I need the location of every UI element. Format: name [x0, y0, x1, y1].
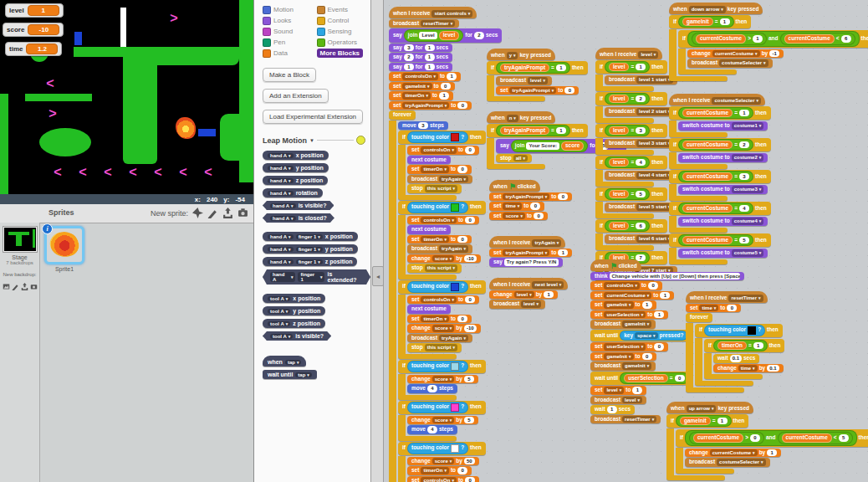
script-block[interactable]: settryAgainPromptto0: [489, 192, 572, 202]
script-block[interactable]: setgameInitto0: [389, 82, 455, 91]
script-block[interactable]: broadcasttryAgain: [407, 175, 472, 184]
script-block[interactable]: when I receivenext level: [489, 278, 568, 290]
block-dropdown[interactable]: hand A: [268, 166, 294, 171]
block-dropdown[interactable]: score: [503, 213, 525, 220]
block-dropdown[interactable]: costume4: [732, 218, 764, 225]
script-block[interactable]: settimerOnto0: [407, 466, 472, 475]
script-block[interactable]: settimerOnto0: [407, 315, 472, 324]
script-block[interactable]: say3for1secs: [389, 44, 452, 53]
block-dropdown[interactable]: gameInit: [604, 353, 633, 361]
block-input[interactable]: 1: [404, 64, 414, 71]
operator-reporter[interactable]: joinYour Score: score: [511, 140, 588, 152]
operator-boolean[interactable]: currentCostume>0andcurrentCostume<5: [685, 430, 857, 446]
block-dropdown[interactable]: time: [503, 203, 522, 210]
script-block[interactable]: iftouching color?then: [398, 401, 486, 414]
block-dropdown[interactable]: hand A: [270, 272, 295, 282]
block-dropdown[interactable]: level 6 start: [636, 235, 673, 243]
script-block[interactable]: broadcastlevel: [496, 76, 552, 85]
variable-reporter[interactable]: level: [609, 63, 629, 72]
variable-reporter[interactable]: currentCostume: [696, 34, 746, 44]
script-block[interactable]: whendown arrowkey pressed: [669, 3, 763, 14]
block-dropdown[interactable]: resetTimer: [728, 295, 763, 302]
palette-button-1[interactable]: Add an Extension: [263, 89, 329, 103]
variable-reporter[interactable]: timerOn: [717, 341, 747, 351]
variable-reporter[interactable]: currentCostume: [682, 141, 733, 150]
palette-category-events[interactable]: Events: [317, 5, 370, 14]
block-input[interactable]: 0.1: [730, 355, 742, 362]
operator-boolean[interactable]: currentCostume>0: [689, 432, 764, 444]
script-block[interactable]: say2for1secs: [389, 53, 452, 62]
script-block[interactable]: stopall: [496, 154, 532, 163]
variable-reporter[interactable]: level: [609, 190, 629, 199]
script-block[interactable]: settryAgainPromptto1: [489, 249, 572, 258]
block-dropdown[interactable]: tryAgainPrompt: [503, 193, 549, 201]
block-input[interactable]: 0: [564, 87, 574, 95]
script-block[interactable]: ifcurrentCostume=4then: [669, 202, 771, 216]
block-dropdown[interactable]: score: [432, 325, 455, 332]
block-dropdown[interactable]: controlsOn: [421, 477, 457, 482]
block-input[interactable]: 1: [632, 387, 642, 394]
block-dropdown[interactable]: level: [528, 77, 548, 85]
variable-reporter[interactable]: currentCostume: [682, 109, 733, 118]
script-block[interactable]: settimerOnto1: [389, 91, 453, 100]
operator-boolean[interactable]: currentCostume>1: [692, 33, 767, 45]
block-input[interactable]: 0: [530, 203, 540, 210]
block-input[interactable]: 2: [636, 95, 646, 103]
block-input[interactable]: 1: [660, 292, 670, 300]
leap-palette-block[interactable]: hand Az position: [263, 176, 328, 185]
script-block[interactable]: broadcasttryAgain: [407, 334, 472, 343]
script-stack-5[interactable]: when I receivenext levelchangelevelby1br…: [489, 278, 568, 310]
block-input[interactable]: 1: [607, 406, 617, 413]
script-block[interactable]: stopthis script: [407, 264, 462, 273]
block-input[interactable]: 1: [558, 249, 568, 257]
sensing-boolean[interactable]: touching color?: [407, 131, 468, 143]
block-dropdown[interactable]: tryAgain: [532, 239, 561, 247]
block-dropdown[interactable]: controlsOn: [604, 282, 640, 290]
block-input[interactable]: 3: [636, 127, 646, 135]
script-block[interactable]: setcontrolsOnto0: [407, 295, 479, 305]
script-block[interactable]: iftouching color?then: [398, 360, 486, 373]
block-dropdown[interactable]: this script: [425, 344, 457, 351]
variable-reporter[interactable]: level: [609, 95, 629, 104]
script-block[interactable]: iftouching color?then: [695, 324, 783, 337]
paint-new-sprite-icon[interactable]: [207, 208, 218, 218]
leap-palette-block[interactable]: tool Ais visible?: [263, 331, 331, 341]
color-swatch[interactable]: [451, 283, 459, 291]
upload-sprite-icon[interactable]: [222, 208, 233, 218]
block-input[interactable]: 50: [464, 458, 475, 465]
sprite1-thumbnail[interactable]: i: [44, 226, 84, 264]
palette-category-operators[interactable]: Operators: [317, 38, 370, 47]
script-block[interactable]: iftouching color?then: [398, 280, 486, 294]
block-dropdown[interactable]: score: [432, 417, 455, 424]
script-block[interactable]: broadcastlevel 1 start: [605, 75, 677, 85]
script-block[interactable]: iftouching color?then: [398, 131, 486, 144]
script-block[interactable]: setcurrentCostumeto1: [590, 291, 674, 300]
script-block[interactable]: changecurrentCostumeby1: [685, 449, 781, 458]
operator-boolean[interactable]: userSelection=0: [620, 372, 688, 385]
block-dropdown[interactable]: level 2 start: [636, 108, 673, 115]
script-block[interactable]: move4steps: [407, 425, 457, 434]
sprite-library-icon[interactable]: [192, 208, 203, 218]
script-block[interactable]: ifcurrentCostume=1then: [669, 106, 771, 120]
block-input[interactable]: 3: [418, 122, 428, 130]
script-block[interactable]: setcontrolsOnto0: [407, 146, 479, 155]
block-input[interactable]: -10: [464, 325, 477, 332]
script-block[interactable]: ifcurrentCostume>1andcurrentCostume<6the…: [678, 30, 868, 48]
sprite-tile-sprite1[interactable]: i Sprite1: [43, 226, 85, 272]
script-block[interactable]: broadcastcostumeSelecter: [685, 458, 770, 467]
paint-new-backdrop-icon[interactable]: [12, 279, 19, 286]
script-block[interactable]: iflevel=6then: [595, 219, 667, 233]
block-input[interactable]: 0: [457, 166, 467, 173]
script-block[interactable]: setlevelto1: [590, 386, 646, 395]
script-block[interactable]: iflevel=1then: [595, 60, 667, 74]
sensing-boolean[interactable]: keyspacepressed?: [620, 331, 687, 341]
operator-boolean[interactable]: tryAgainPrompt=1: [496, 62, 570, 74]
block-input[interactable]: 5: [636, 191, 646, 198]
operator-boolean[interactable]: currentCostume<6: [780, 33, 855, 45]
block-dropdown[interactable]: gameInit: [604, 301, 633, 309]
block-input[interactable]: 0: [457, 467, 467, 474]
block-input[interactable]: 0: [750, 434, 760, 442]
variable-reporter[interactable]: currentCostume: [682, 172, 733, 182]
script-block[interactable]: broadcastcostumeSelecter: [687, 59, 773, 68]
block-dropdown[interactable]: tap: [295, 372, 312, 377]
